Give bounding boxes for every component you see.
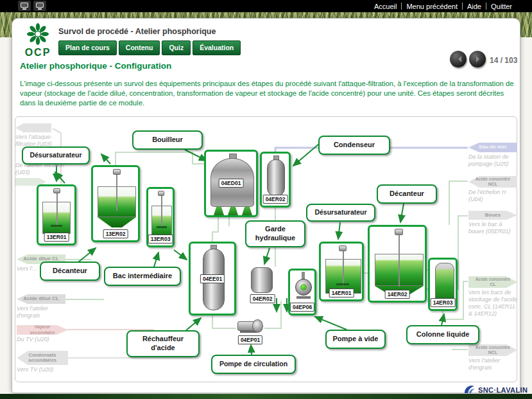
label-condenseur: Condenseur [318,136,390,155]
flow-arrow-right-icon: Vapeur secondaire [17,325,68,335]
equipment-04er02-condenseur: 04ER02 [260,152,291,208]
screen-icon-2[interactable] [33,1,46,11]
label-rechauffeur-acide: Réchauffeur d'acide [126,330,200,357]
tab-evaluation[interactable]: Évaluation [193,40,241,55]
equipment-14er03: 14ER03 [428,258,458,311]
stream-caption: De la station de pompage (U25) [468,154,519,168]
label-bouilleur: Bouilleur [132,130,203,150]
tank-cone [98,217,136,227]
flow-arrow-right-icon: Acide concentré CL [468,276,517,288]
equipment-tag: 14ER01 [329,288,354,297]
stream-eau-de-mer: Eau de mer De la station de pompage (U25… [468,143,519,168]
menu-accueil[interactable]: Accueil [370,3,401,10]
flow-arrow-right-icon: Boues [468,211,517,220]
equipment-04ep01: 04EP01 [235,316,266,344]
vessel-body [267,159,285,197]
pump-base [296,296,311,299]
flow-arrow-left-icon: Acide concentré NCL [468,176,517,188]
stream-title: Acide dilué CL [23,296,59,302]
agitator-shaft [116,175,117,211]
label-decanteur-gauche: Décanteur [40,262,100,281]
label-decanteur-droite: Décanteur [377,184,437,204]
ocp-logo-icon [26,22,49,46]
equipment-tag: 04ED01 [219,179,244,188]
tab-plan-de-cours[interactable]: Plan de cours [58,40,117,55]
stream-vers-attaque-filtration: Vers l'attaque-filtration (U03) [15,123,71,148]
stream-caption: Vers le bac à boues (05ER01) [468,221,519,235]
equipment-04ep06: 04EP06 [288,269,316,315]
tab-contenu[interactable]: Contenu [119,40,160,55]
vessel-body [251,267,273,293]
equipment-04er02-garde: 04ER02 [248,266,277,303]
stream-acide-concentre-ncl-entree: Acide concentré NCL De l'échelon H (U04) [468,176,519,203]
monitor-stand [22,8,26,10]
equipment-04ed01: 04ED01 [204,150,258,217]
ocp-logo-text: OCP [19,47,57,58]
stream-title: Condensats secondaires [22,353,63,364]
agitator-shaft [399,235,400,287]
equipment-tag: 04ER02 [250,294,275,303]
agitator-paddle [157,226,167,228]
agitator-motor-icon [339,245,347,251]
stream-caption: Vers TV (U20) [17,366,71,373]
snc-lavalin-logo: SNC·LAVALIN [464,385,528,395]
nav-tabs: Plan de cours Contenu Quiz Évaluation [58,40,241,55]
menu-quitter[interactable]: Quitter [486,3,517,10]
stream-condensats-secondaires: Condensats secondaires Vers TV (U20) [17,351,71,373]
equipment-tag: 04ER02 [263,195,288,204]
label-garde-hydraulique: Garde hydraulique [245,220,305,247]
label-pompe-a-vide: Pompe à vide [325,330,386,349]
flow-arrow-left-icon: Eau de mer [468,143,517,152]
menu-aide[interactable]: Aide [463,3,486,10]
stream-caption: De l'échelon H (U04) [468,189,519,203]
agitator-motor-icon [395,229,403,235]
equipment-tag: 04EE01 [200,274,225,283]
next-arrow-icon [476,56,483,62]
flow-arrow-left-icon: Acide dilué CL [17,294,65,304]
equipment-tag: 14ER03 [431,298,456,307]
label-desursaturateur-gauche: Désursaturateur [22,146,90,164]
label-bac-intermediaire: Bac intermédiaire [104,267,181,286]
agitator-paddle [51,225,62,227]
monitor-glyph [36,3,44,8]
menu-precedent[interactable]: Menu précédent [402,3,462,10]
previous-page-button[interactable] [450,51,467,67]
equipment-tag: 14ER02 [385,290,410,299]
equipment-tag: 13ER02 [103,229,128,238]
equipment-13er01: 13ER01 [37,184,76,245]
snc-lavalin-text: SNC·LAVALIN [478,386,528,394]
equipment-04ee01: 04EE01 [189,242,236,315]
next-page-button[interactable] [469,51,486,67]
ocp-logo: OCP [19,22,57,58]
label-colonne-liquide: Colonne liquide [406,325,479,344]
agitator-shaft [161,196,162,227]
page-title: Atelier phosphorique - Configuration [20,61,171,71]
stream-title: Acide concentré CL [474,277,512,287]
equipment-14er01: 14ER01 [319,242,364,301]
vessel-nozzle [228,207,238,215]
stream-vapeur-secondaire: Vapeur secondaire Du TV (U20) [17,325,71,343]
stream-caption: Vers l'atelier d'engrais [468,357,519,371]
screen-icon[interactable] [18,1,31,11]
stream-title: Boues [485,213,501,218]
snc-lavalin-icon [464,385,476,395]
top-menu: Accueil Menu précédent Aide Quitter [370,0,517,12]
flow-arrow-left-icon: Condensats secondaires [17,351,68,365]
stream-title: Acide concentré NCL [474,177,512,186]
stream-caption: Vers les bacs de stockage de l'acide con… [468,289,519,317]
stream-caption: Du TV (U20) [17,336,71,343]
flow-arrow-right-icon: Acide concentré NCL [468,344,517,356]
page-counter: 14 / 103 [490,56,517,65]
agitator-motor-icon [53,188,60,193]
tab-quiz[interactable]: Quiz [162,40,191,55]
intro-paragraph: L'image ci-dessous présente un survol de… [20,79,515,109]
stream-title: Eau de mer [479,145,506,150]
vessel-nozzle [214,207,224,215]
stream-caption: Vers l'atelier d'engrais [17,305,68,319]
bottom-bar [0,394,532,399]
stream-boues: Boues Vers le bac à boues (05ER01) [468,211,519,235]
monitor-stand [38,8,42,10]
stream-acide-dilue-cl-2: Acide dilué CL Vers l'atelier d'engrais [17,294,68,319]
stream-caption: Vers l'attaque-filtration (U03) [15,134,71,148]
pump-base [240,331,257,333]
